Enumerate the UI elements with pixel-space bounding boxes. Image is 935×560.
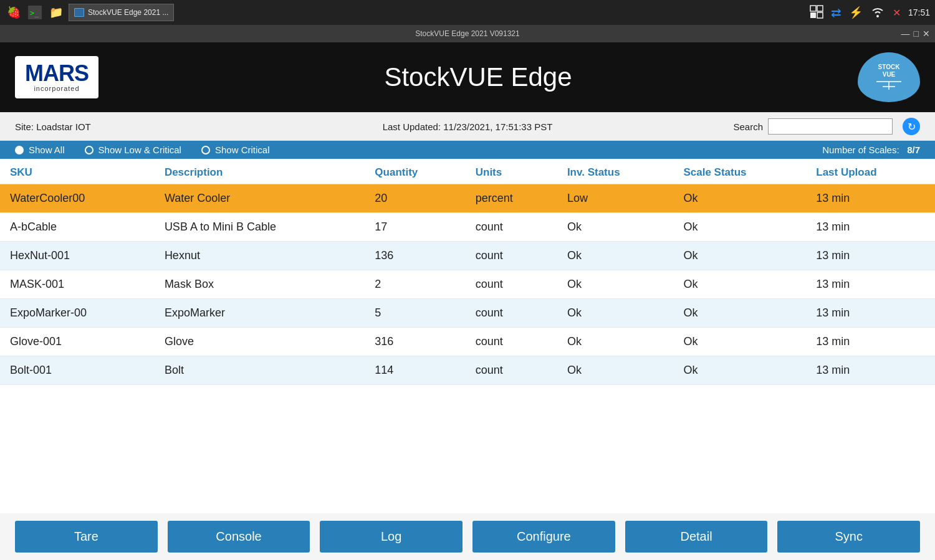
cell-sku: ExpoMarker-00: [0, 299, 155, 328]
cell-units: count: [466, 270, 557, 299]
cell-description: Water Cooler: [155, 184, 365, 213]
cell-sku: Glove-001: [0, 328, 155, 356]
logo-area: MARS incorporated: [15, 56, 98, 98]
tare-button[interactable]: Tare: [15, 521, 158, 553]
cell-quantity: 2: [365, 270, 465, 299]
window-title: StockVUE Edge 2021 V091321: [415, 29, 519, 38]
table-row[interactable]: MASK-001Mask Box2countOkOk13 min: [0, 270, 935, 299]
cell-description: Hexnut: [155, 242, 365, 270]
terminal-icon[interactable]: >_: [26, 4, 44, 21]
configure-button[interactable]: Configure: [472, 521, 615, 553]
bluetooth-icon: ⚡: [849, 6, 863, 19]
svg-rect-5: [817, 6, 823, 11]
detail-button[interactable]: Detail: [625, 521, 768, 553]
cell-quantity: 20: [365, 184, 465, 213]
cell-units: count: [466, 213, 557, 242]
filter-bar: Show All Show Low & Critical Show Critic…: [0, 141, 935, 159]
table-row[interactable]: A-bCableUSB A to Mini B Cable17countOkOk…: [0, 213, 935, 242]
cell-last-upload: 13 min: [806, 328, 935, 356]
table-row[interactable]: WaterCooler00Water Cooler20percentLowOk1…: [0, 184, 935, 213]
cell-units: percent: [466, 184, 557, 213]
radio-show-all: [15, 146, 24, 154]
app-taskbar-item[interactable]: StockVUE Edge 2021 ...: [69, 4, 174, 21]
raspberry-icon[interactable]: 🍓: [5, 4, 22, 21]
col-header-sku: SKU: [0, 159, 155, 184]
close-btn[interactable]: ✕: [923, 29, 930, 39]
filter-show-all[interactable]: Show All: [15, 145, 65, 155]
taskbar-right: ⇄ ⚡ ✕ 17:51: [810, 5, 930, 21]
cell-quantity: 136: [365, 242, 465, 270]
cell-units: count: [466, 299, 557, 328]
file-manager-icon[interactable]: 📁: [47, 4, 65, 21]
scales-value: 8/7: [907, 145, 920, 155]
status-bar: Site: Loadstar IOT Last Updated: 11/23/2…: [0, 112, 935, 141]
inventory-table: SKU Description Quantity Units Inv. Stat…: [0, 159, 935, 385]
cell-scale-status: Ok: [673, 242, 806, 270]
cell-quantity: 5: [365, 299, 465, 328]
svg-text:>_: >_: [30, 9, 39, 17]
wifi-icon: [870, 6, 885, 20]
filter-show-all-label: Show All: [29, 145, 65, 155]
grid-icon: [810, 5, 823, 21]
svg-rect-3: [75, 9, 84, 16]
filter-show-low-critical-label: Show Low & Critical: [98, 145, 181, 155]
search-input[interactable]: [768, 118, 893, 135]
cell-last-upload: 13 min: [806, 270, 935, 299]
table-scroll[interactable]: SKU Description Quantity Units Inv. Stat…: [0, 159, 935, 513]
cell-units: count: [466, 242, 557, 270]
filter-show-critical-label: Show Critical: [215, 145, 270, 155]
cell-inv-status: Ok: [557, 356, 674, 385]
cell-inv-status: Ok: [557, 299, 674, 328]
maximize-btn[interactable]: □: [914, 29, 919, 39]
console-button[interactable]: Console: [168, 521, 310, 553]
cell-quantity: 17: [365, 213, 465, 242]
cell-scale-status: Ok: [673, 328, 806, 356]
cell-scale-status: Ok: [673, 184, 806, 213]
sync-button[interactable]: Sync: [777, 521, 920, 553]
cell-sku: WaterCooler00: [0, 184, 155, 213]
table-row[interactable]: ExpoMarker-00ExpoMarker5countOkOk13 min: [0, 299, 935, 328]
cell-sku: A-bCable: [0, 213, 155, 242]
table-body: WaterCooler00Water Cooler20percentLowOk1…: [0, 184, 935, 385]
col-header-scale-status: Scale Status: [673, 159, 806, 184]
col-header-quantity: Quantity: [365, 159, 465, 184]
cell-inv-status: Low: [557, 184, 674, 213]
app-window: StockVUE Edge 2021 V091321 — □ ✕ MARS in…: [0, 25, 935, 560]
network-x-icon: ✕: [893, 7, 901, 19]
scales-label: Number of Scales:: [822, 145, 904, 155]
search-area: Search ↻: [694, 118, 920, 135]
filter-show-critical[interactable]: Show Critical: [201, 145, 270, 155]
remote-icon[interactable]: ⇄: [831, 5, 842, 20]
refresh-button[interactable]: ↻: [903, 118, 920, 135]
col-header-last-upload: Last Upload: [806, 159, 935, 184]
col-header-units: Units: [466, 159, 557, 184]
cell-last-upload: 13 min: [806, 299, 935, 328]
cell-quantity: 114: [365, 356, 465, 385]
table-row[interactable]: Bolt-001Bolt114countOkOk13 min: [0, 356, 935, 385]
cell-inv-status: Ok: [557, 328, 674, 356]
col-header-inv-status: Inv. Status: [557, 159, 674, 184]
cell-sku: HexNut-001: [0, 242, 155, 270]
app-taskbar-label: StockVUE Edge 2021 ...: [88, 8, 168, 17]
table-row[interactable]: HexNut-001Hexnut136countOkOk13 min: [0, 242, 935, 270]
cell-units: count: [466, 328, 557, 356]
svg-point-8: [876, 15, 879, 17]
cell-last-upload: 13 min: [806, 242, 935, 270]
log-button[interactable]: Log: [320, 521, 463, 553]
minimize-btn[interactable]: —: [901, 29, 910, 39]
svg-rect-4: [810, 6, 816, 11]
window-controls: — □ ✕: [901, 29, 930, 39]
logo-sub-text: incorporated: [25, 85, 89, 92]
cell-description: USB A to Mini B Cable: [155, 213, 365, 242]
cell-description: Bolt: [155, 356, 365, 385]
cell-scale-status: Ok: [673, 356, 806, 385]
cell-last-upload: 13 min: [806, 213, 935, 242]
table-row[interactable]: Glove-001Glove316countOkOk13 min: [0, 328, 935, 356]
cell-sku: MASK-001: [0, 270, 155, 299]
cell-description: Glove: [155, 328, 365, 356]
cell-units: count: [466, 356, 557, 385]
cell-quantity: 316: [365, 328, 465, 356]
cell-inv-status: Ok: [557, 242, 674, 270]
scales-info: Number of Scales: 8/7: [822, 145, 920, 155]
filter-show-low-critical[interactable]: Show Low & Critical: [85, 145, 181, 155]
